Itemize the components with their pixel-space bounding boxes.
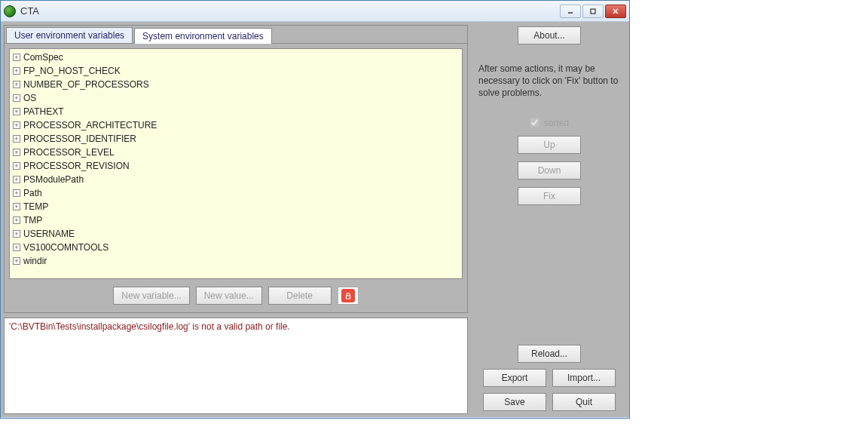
tree-item-label: PROCESSOR_LEVEL [23,147,115,158]
tree-item-label: PATHEXT [23,106,64,117]
expand-icon[interactable]: + [13,216,20,224]
tree-item-label: NUMBER_OF_PROCESSORS [23,79,149,90]
client-area: User environment variables System enviro… [1,22,629,417]
save-button[interactable]: Save [483,393,546,411]
expand-icon[interactable]: + [13,149,20,156]
tabs-header: User environment variables System enviro… [5,26,467,43]
expand-icon[interactable]: + [13,176,20,183]
tree-item-label: TMP [23,215,42,226]
tree-item-label: windir [23,256,47,266]
tree-item[interactable]: +PSModulePath [11,173,460,186]
delete-button[interactable]: Delete [268,287,332,305]
minimize-icon [567,8,574,15]
tree-item[interactable]: +NUMBER_OF_PROCESSORS [11,78,460,91]
tree-item[interactable]: +USERNAME [11,227,460,241]
sorted-checkbox[interactable] [530,118,539,127]
window-title: CTA [20,5,39,17]
tree-item-label: VS100COMNTOOLS [23,242,108,253]
tree-item[interactable]: +ComSpec [11,51,460,64]
tab-system-env[interactable]: System environment variables [134,28,272,44]
tree-wrap: +ComSpec+FP_NO_HOST_CHECK+NUMBER_OF_PROC… [9,48,463,279]
tree-item-label: PSModulePath [23,174,84,185]
tree-item-label: FP_NO_HOST_CHECK [23,66,121,76]
expand-icon[interactable]: + [13,67,20,75]
expand-icon[interactable]: + [13,203,20,210]
expand-icon[interactable]: + [13,81,20,88]
bottom-button-group: Reload... Export Import... Save Quit [472,345,626,414]
reload-button[interactable]: Reload... [518,345,581,363]
about-button[interactable]: About... [518,26,581,45]
expand-icon[interactable]: + [13,108,20,115]
tree-item[interactable]: +OS [11,91,460,105]
tree-item[interactable]: +Path [11,186,460,200]
fix-button[interactable]: Fix [518,187,581,205]
log-message: 'C:\BVTBin\Tests\installpackage\csilogfi… [9,321,463,332]
close-button[interactable] [605,5,626,18]
tree-item[interactable]: +PROCESSOR_ARCHITECTURE [11,118,460,132]
tree-item-label: OS [23,93,36,103]
expand-icon[interactable]: + [13,257,20,265]
left-pane: User environment variables System enviro… [4,25,468,414]
tree-item-label: PROCESSOR_IDENTIFIER [23,134,136,144]
titlebar: CTA [1,1,629,22]
sorted-checkbox-row[interactable]: sorted [530,118,569,128]
tree-toolbar: New variable... New value... Delete [9,285,463,308]
log-pane: 'C:\BVTBin\Tests\installpackage\csilogfi… [4,318,468,414]
expand-icon[interactable]: + [13,54,20,61]
maximize-icon [589,8,597,15]
minimize-button[interactable] [560,5,581,18]
tree-item-label: USERNAME [23,229,75,239]
quit-button[interactable]: Quit [552,393,616,411]
expand-icon[interactable]: + [13,230,20,238]
down-button[interactable]: Down [518,161,581,180]
lock-icon [341,289,355,302]
expand-icon[interactable]: + [13,121,20,129]
tab-body: +ComSpec+FP_NO_HOST_CHECK+NUMBER_OF_PROC… [5,43,467,312]
svg-rect-1 [591,9,595,14]
tree-item[interactable]: +windir [11,254,460,268]
tree-item-label: PROCESSOR_REVISION [23,161,130,171]
tree-item-label: ComSpec [23,52,63,63]
variables-tree[interactable]: +ComSpec+FP_NO_HOST_CHECK+NUMBER_OF_PROC… [10,49,462,278]
tree-item[interactable]: +PROCESSOR_LEVEL [11,146,460,159]
tree-item[interactable]: +PROCESSOR_IDENTIFIER [11,132,460,146]
export-button[interactable]: Export [483,369,546,387]
expand-icon[interactable]: + [13,244,20,251]
tree-item[interactable]: +FP_NO_HOST_CHECK [11,64,460,78]
new-variable-button[interactable]: New variable... [113,287,189,305]
import-button[interactable]: Import... [552,369,616,387]
expand-icon[interactable]: + [13,162,20,170]
maximize-button[interactable] [582,5,604,18]
window-controls [560,5,626,18]
close-icon [612,8,619,15]
right-pane: About... After some actions, it may be n… [472,25,626,414]
sorted-label: sorted [544,118,569,128]
info-text: After some actions, it may be necessary … [472,63,626,100]
expand-icon[interactable]: + [13,135,20,143]
expand-icon[interactable]: + [13,189,20,197]
tree-item[interactable]: +TEMP [11,200,460,213]
app-window: CTA User environment variables System en… [0,0,630,419]
tree-item[interactable]: +TMP [11,213,460,227]
new-value-button[interactable]: New value... [196,287,262,305]
tab-user-env[interactable]: User environment variables [6,27,133,43]
app-icon [4,5,16,17]
tree-item[interactable]: +PROCESSOR_REVISION [11,159,460,173]
tree-item-label: Path [23,188,42,198]
up-button[interactable]: Up [518,136,581,154]
tree-item[interactable]: +PATHEXT [11,105,460,118]
tree-item-label: TEMP [23,201,48,212]
tree-item-label: PROCESSOR_ARCHITECTURE [23,120,157,130]
expand-icon[interactable]: + [13,94,20,102]
tabs-container: User environment variables System enviro… [4,25,468,313]
lock-button[interactable] [338,287,359,305]
tree-item[interactable]: +VS100COMNTOOLS [11,241,460,254]
